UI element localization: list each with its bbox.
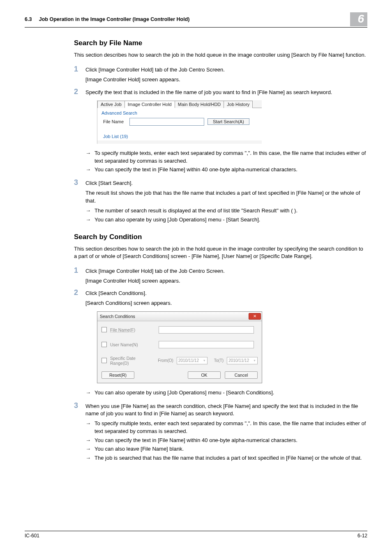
step1-line: Click [Image Controller Hold] tab of the… (85, 66, 367, 74)
to-label: To(T) (214, 358, 224, 363)
from-label: From(O) (158, 358, 173, 363)
step1-line: Click [Image Controller Hold] tab of the… (85, 267, 367, 275)
bullet-text: To specify multiple texts, enter each te… (95, 420, 367, 435)
header-left: 6.3 Job Operation in the Image Controlle… (25, 16, 189, 22)
bullet-text: You can specify the text in [File Name] … (95, 437, 367, 444)
step1-sub: [Image Controller Hold] screen appears. (85, 277, 367, 285)
arrow-icon: → (85, 150, 95, 165)
cancel-button[interactable]: Cancel (225, 371, 258, 379)
step-number-3: 3 (74, 179, 85, 205)
tab-image-controller-hold[interactable]: Image Controller Hold (125, 101, 175, 108)
date-range-label: Specific Date Range(D) (110, 356, 154, 366)
dialog-title: Search Conditions (100, 314, 135, 319)
step-number-3: 3 (74, 402, 85, 417)
search-conditions-screenshot: Search Conditions ✕ File Name(F) User Na… (97, 311, 262, 383)
heading-search-by-file-name: Search by File Name (74, 39, 367, 47)
arrow-icon: → (85, 454, 95, 462)
job-list-label: Job List (19) (103, 134, 258, 139)
tab-main-body-hold[interactable]: Main Body Hold/HDD (175, 101, 224, 108)
file-name-field[interactable] (159, 326, 254, 334)
date-range-checkbox[interactable] (101, 358, 107, 363)
file-name-label: File Name(F) (110, 327, 155, 332)
to-date-picker[interactable]: 2010/11/12▼ (227, 357, 258, 364)
bullet-text: The number of search result is displayed… (95, 207, 367, 215)
file-name-input[interactable] (129, 118, 204, 126)
step-number-1: 1 (74, 267, 85, 285)
footer-right: 6-12 (357, 533, 367, 539)
step3-line: Click [Start Search]. (85, 180, 367, 187)
label-file-name: File Name (103, 119, 126, 124)
page-header: 6.3 Job Operation in the Image Controlle… (25, 16, 367, 28)
step-number-2: 2 (74, 88, 85, 96)
file-name-checkbox[interactable] (101, 327, 107, 332)
arrow-icon: → (85, 445, 95, 453)
intro-text: This section describes how to search the… (74, 245, 367, 260)
group-advanced-search: Advanced Search (101, 111, 258, 115)
tab-active-job[interactable]: Active Job (97, 101, 125, 108)
section-title: Job Operation in the Image Controller (I… (39, 16, 190, 22)
arrow-icon: → (85, 207, 95, 215)
step-number-2: 2 (74, 289, 85, 307)
close-icon[interactable]: ✕ (249, 313, 261, 320)
step2-sub: [Search Conditions] screen appears. (85, 299, 367, 307)
bullet-text: You can also operate by using [Job Opera… (95, 389, 367, 397)
footer-left: IC-601 (25, 533, 39, 539)
user-name-label: User Name(N) (110, 342, 155, 347)
arrow-icon: → (85, 166, 95, 174)
bullet-text: You can also operate by using [Job Opera… (95, 216, 367, 224)
page-footer: IC-601 6-12 (25, 531, 367, 539)
step1-sub: [Image Controller Hold] screen appears. (85, 76, 367, 83)
ok-button[interactable]: OK (188, 371, 221, 379)
bullet-text: The job is searched that has the file na… (95, 454, 367, 462)
arrow-icon: → (85, 216, 95, 224)
step3-sub: The result list shows the job that has t… (85, 189, 367, 204)
chevron-down-icon: ▼ (203, 359, 206, 362)
step2-line: Click [Search Conditions]. (85, 290, 367, 297)
section-number: 6.3 (25, 16, 32, 22)
user-name-field[interactable] (159, 341, 254, 348)
bullet-text: You can also leave [File Name] blank. (95, 445, 367, 453)
heading-search-by-condition: Search by Condition (74, 233, 367, 241)
step3-line: When you use [File Name] as the search c… (85, 403, 367, 417)
chapter-badge: 6 (350, 12, 367, 26)
step2-line: Specify the text that is included in the… (85, 89, 367, 96)
arrow-icon: → (85, 437, 95, 444)
chevron-down-icon: ▼ (253, 359, 256, 362)
tab-job-history[interactable]: Job History (224, 101, 253, 108)
reset-button[interactable]: Reset(R) (101, 371, 134, 379)
user-name-checkbox[interactable] (101, 342, 107, 347)
step-number-1: 1 (74, 65, 85, 83)
bullet-text: You can specify the text in [File Name] … (95, 166, 367, 174)
start-search-button[interactable]: Start Search(A) (208, 118, 249, 125)
from-date-picker[interactable]: 2010/11/12▼ (177, 357, 208, 364)
intro-text: This section describes how to search the… (74, 51, 367, 59)
advanced-search-screenshot: Active Job Image Controller Hold Main Bo… (97, 100, 262, 144)
arrow-icon: → (85, 420, 95, 435)
bullet-text: To specify multiple texts, enter each te… (95, 150, 367, 165)
arrow-icon: → (85, 389, 95, 397)
